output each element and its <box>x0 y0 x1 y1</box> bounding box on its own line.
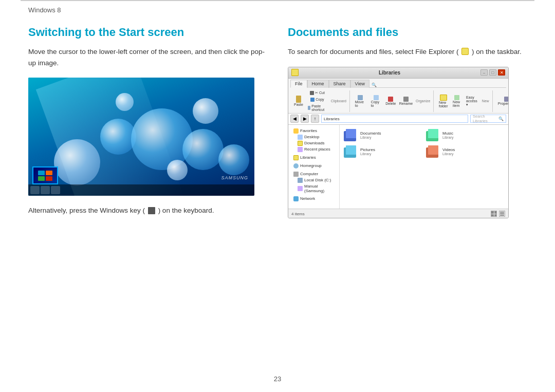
library-item-videos[interactable]: Videos Library <box>425 144 505 159</box>
favorites-section: Favorites Desktop Downloads Recent <box>288 127 339 154</box>
downloads-icon <box>298 141 303 146</box>
properties-icon <box>504 97 508 102</box>
manual-icon <box>298 186 303 191</box>
properties-group: Properties Open Edit History <box>494 90 509 112</box>
search-box[interactable]: Search Libraries 🔍 <box>470 115 506 123</box>
delete-button[interactable]: Delete <box>384 96 397 106</box>
delete-icon <box>388 97 393 102</box>
music-name: Music <box>442 131 453 136</box>
tile-green <box>38 176 45 181</box>
music-text-group: Music Library <box>442 131 453 139</box>
bubble-8 <box>54 139 100 185</box>
left-section-desc: Move the cursor to the lower-left corner… <box>28 46 267 68</box>
desktop-icon <box>298 135 303 140</box>
move-to-button[interactable]: Move to <box>353 94 368 108</box>
downloads-label: Downloads <box>304 141 325 145</box>
grid-view-button[interactable] <box>491 211 497 217</box>
network-label: Network <box>300 196 315 201</box>
sidebar-item-homegroup[interactable]: Homegroup <box>291 163 336 169</box>
bubble-5 <box>167 160 188 180</box>
search-placeholder: Search Libraries <box>473 114 498 123</box>
libraries-label: Libraries <box>300 155 316 160</box>
close-button[interactable]: ✕ <box>498 69 505 76</box>
library-item-pictures[interactable]: Pictures Library <box>343 144 423 159</box>
alt-text-suffix: ) on the keyboard. <box>158 207 214 214</box>
bubble-7 <box>116 93 134 111</box>
explorer-app-icon <box>291 69 299 76</box>
music-icon-front <box>428 129 438 138</box>
rename-button[interactable]: Rename <box>398 96 414 106</box>
organize-label: Organize <box>415 99 431 103</box>
left-section: Switching to the Start screen Move the c… <box>28 26 267 371</box>
explorer-statusbar: 4 items <box>288 209 508 218</box>
organize-group: Move to Copy to Delete Rename <box>351 90 434 112</box>
rename-icon <box>403 97 409 102</box>
desc-text-before: To search for documents and files, selec… <box>288 48 458 55</box>
address-path[interactable]: Libraries <box>321 115 468 123</box>
paste-button[interactable]: Paste <box>292 95 305 107</box>
sidebar-item-recent[interactable]: Recent places <box>291 146 336 153</box>
videos-sub: Library <box>442 152 455 156</box>
sidebar-item-libraries[interactable]: Libraries <box>291 155 336 161</box>
left-section-title: Switching to the Start screen <box>28 26 267 39</box>
main-content: Switching to the Start screen Move the c… <box>28 26 527 371</box>
ribbon-tab-view[interactable]: View <box>350 80 369 88</box>
documents-icon-container <box>344 129 358 141</box>
favorites-label: Favorites <box>300 128 317 133</box>
paste-shortcut-button[interactable]: Paste shortcut <box>306 103 329 113</box>
copy-to-button[interactable]: Copy to <box>369 94 383 108</box>
page-label: Windows 8 <box>28 6 61 14</box>
paste-shortcut-icon <box>308 106 310 110</box>
cut-icon <box>310 91 314 95</box>
ribbon-tab-home[interactable]: Home <box>307 80 329 88</box>
documents-name: Documents <box>360 131 381 136</box>
new-item-icon <box>454 95 459 100</box>
tile-blue <box>38 171 45 175</box>
bubble-3 <box>218 144 249 175</box>
ribbon-tabs: File Home Share View 🔍 <box>290 80 506 88</box>
sidebar-item-computer[interactable]: Computer <box>291 171 336 177</box>
ribbon-tab-share[interactable]: Share <box>329 80 350 88</box>
network-icon <box>293 196 299 201</box>
up-button[interactable]: ↑ <box>311 115 319 123</box>
library-item-music[interactable]: Music Library <box>425 128 505 142</box>
ribbon-tab-file[interactable]: File <box>290 80 307 88</box>
desc-text-after: ) on the taskbar. <box>472 48 522 55</box>
sidebar-item-network[interactable]: Network <box>291 196 336 202</box>
forward-button[interactable]: ▶ <box>301 115 309 123</box>
taskbar-icon <box>41 186 50 194</box>
back-button[interactable]: ◀ <box>290 115 299 123</box>
page-border <box>21 0 534 1</box>
new-item-button[interactable]: New item <box>451 94 463 108</box>
new-folder-button[interactable]: New folder <box>437 94 450 109</box>
music-icon-container <box>426 129 440 141</box>
ribbon-right: 🔍 <box>369 80 506 88</box>
computer-section: Computer Local Disk (C:) Manual (Samsung… <box>288 170 339 195</box>
view-buttons <box>491 211 505 217</box>
sidebar-item-desktop[interactable]: Desktop <box>291 134 336 140</box>
minimize-button[interactable]: – <box>480 69 488 76</box>
copy-button[interactable]: Copy <box>306 97 329 103</box>
sidebar-item-local-disk[interactable]: Local Disk (C:) <box>291 177 336 183</box>
library-item-documents[interactable]: Documents Library <box>343 128 423 142</box>
start-screen-screenshot: SAMSUNG <box>28 78 254 196</box>
easy-access-button[interactable]: Easy access ▾ <box>464 95 480 108</box>
tile-red <box>46 176 52 181</box>
cut-button[interactable]: ✂ Cut <box>306 90 329 96</box>
taskbar-icon <box>51 186 60 194</box>
properties-button[interactable]: Properties <box>496 96 509 106</box>
explorer-title: Libraries <box>299 70 480 76</box>
bubble-2 <box>182 129 224 170</box>
new-group: New folder New item Easy access ▾ New <box>435 90 492 112</box>
file-explorer-icon-inline <box>461 48 469 55</box>
pictures-icon-front <box>346 145 356 155</box>
copy-icon <box>310 98 314 102</box>
sidebar-item-downloads[interactable]: Downloads <box>291 140 336 146</box>
sidebar-item-favorites[interactable]: Favorites <box>291 128 336 134</box>
maximize-button[interactable]: □ <box>489 69 496 76</box>
recent-icon <box>298 147 303 152</box>
sidebar-item-manual[interactable]: Manual (Samsung) <box>291 183 336 194</box>
list-view-button[interactable] <box>499 211 505 217</box>
start-thumbnail <box>32 166 58 184</box>
windows-key-icon <box>148 207 155 214</box>
